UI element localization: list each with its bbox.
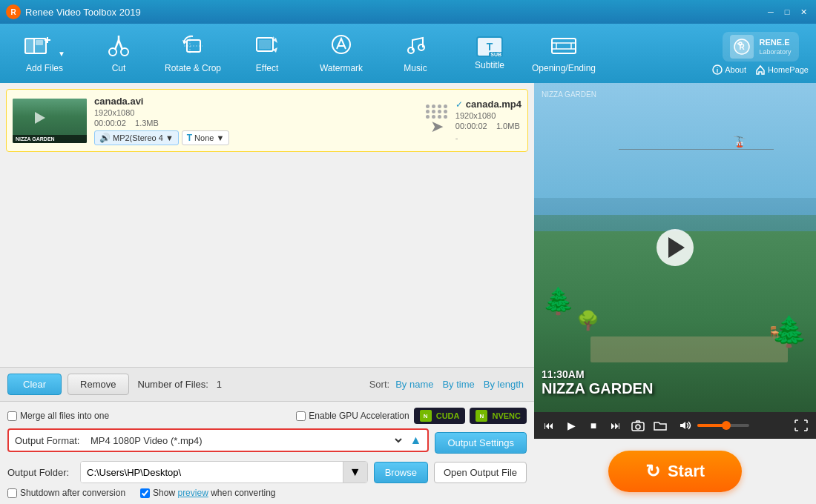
bench-icon: 🪑	[767, 325, 782, 339]
output-duration-size: 00:00:02 1.0MB	[455, 122, 521, 130]
gpu-input[interactable]	[296, 411, 306, 421]
file-count-label: Number of Files: 1	[138, 379, 222, 390]
toolbar-item-watermark[interactable]: Watermark	[304, 27, 378, 79]
svg-rect-1	[25, 39, 34, 53]
open-output-button[interactable]: Open Output File	[434, 462, 527, 483]
open-file-button[interactable]	[651, 417, 669, 434]
start-button[interactable]: ↻ Start	[608, 451, 742, 492]
skip-back-button[interactable]: ⏮	[540, 417, 558, 434]
sort-by-time[interactable]: By time	[439, 377, 477, 391]
gpu-checkbox[interactable]: Enable GPU Acceleration	[296, 411, 409, 421]
format-select-wrap[interactable]: Output Format: MP4 1080P Video (*.mp4) ▲	[7, 428, 429, 452]
play-overlay-button[interactable]	[657, 229, 694, 266]
preview-text-bottom: 11:30AM NIZZA GARDEN	[542, 368, 653, 397]
brand-text: RENE.E Laboratory	[760, 38, 792, 55]
clear-button[interactable]: Clear	[7, 374, 62, 395]
bottom-controls: Clear Remove Number of Files: 1 Sort: By…	[0, 367, 534, 401]
toolbar-item-add-files[interactable]: ▼ Add Files	[7, 27, 82, 79]
toolbar-links: i About HomePage	[712, 64, 809, 75]
folder-label: Output Folder:	[7, 467, 74, 478]
toolbar-item-effect[interactable]: Effect	[230, 27, 304, 79]
toolbar-item-opening-ending[interactable]: Opening/Ending	[527, 27, 601, 79]
last-row: Shutdown after conversion Show preview w…	[7, 488, 527, 498]
svg-line-9	[119, 40, 122, 50]
sort-by-length[interactable]: By length	[481, 377, 527, 391]
output-settings-button[interactable]: Output Settings	[435, 432, 527, 454]
merge-checkbox[interactable]: Merge all files into one	[7, 411, 109, 421]
folder-dropdown-arrow[interactable]: ▼	[343, 462, 367, 483]
brand-logo: R RENE.E Laboratory	[723, 32, 799, 62]
opening-ending-label: Opening/Ending	[532, 63, 596, 73]
nvenc-badge: N NVENC	[470, 408, 527, 424]
shutdown-checkbox[interactable]: Shutdown after conversion	[7, 488, 125, 498]
volume-slider[interactable]	[697, 424, 749, 427]
toolbar-item-cut[interactable]: Cut	[82, 27, 156, 79]
volume-button[interactable]	[677, 417, 694, 434]
left-panel: NIZZA GARDEN canada.avi 1920x1080 00:00:…	[0, 83, 534, 504]
sort-by-name[interactable]: By name	[392, 377, 436, 391]
snapshot-button[interactable]	[629, 417, 647, 434]
play-button[interactable]: ▶	[562, 417, 580, 434]
subtitle-select[interactable]: T None ▼	[182, 130, 230, 145]
preview-watermark: NIZZA GARDEN	[542, 90, 596, 99]
file-item: NIZZA GARDEN canada.avi 1920x1080 00:00:…	[6, 89, 528, 152]
close-button[interactable]: ✕	[797, 5, 810, 19]
toolbar: ▼ Add Files Cut Rotate &	[0, 24, 816, 83]
fullscreen-button[interactable]	[792, 417, 810, 434]
file-controls: 🔊 MP2(Stereo 4 ▼ T None ▼	[94, 130, 418, 145]
toolbar-item-music[interactable]: Music	[378, 27, 453, 79]
music-icon	[404, 34, 427, 60]
video-controls-bar: ⏮ ▶ ■ ⏭	[534, 412, 816, 439]
homepage-link[interactable]: HomePage	[755, 64, 809, 75]
remove-button[interactable]: Remove	[68, 374, 128, 395]
preview-time: 11:30AM	[542, 368, 653, 380]
maximize-button[interactable]: □	[780, 5, 794, 19]
input-duration-size: 00:00:02 1.3MB	[94, 119, 418, 127]
stop-button[interactable]: ■	[585, 417, 602, 434]
minimize-button[interactable]: ─	[764, 5, 777, 19]
format-row: Output Format: MP4 1080P Video (*.mp4) ▲…	[7, 428, 527, 457]
subtitle-icon: T SUB	[476, 36, 503, 57]
volume-control	[677, 417, 749, 434]
cable-car-icon: 🚡	[733, 136, 746, 147]
cuda-badge: N CUDA	[414, 408, 466, 424]
browse-button[interactable]: Browse	[374, 462, 428, 483]
subtitle-label: Subtitle	[475, 60, 504, 70]
merge-input[interactable]	[7, 411, 17, 421]
preview-checkbox[interactable]: Show preview when converting	[140, 488, 275, 498]
audio-track-select[interactable]: 🔊 MP2(Stereo 4 ▼	[94, 130, 179, 145]
start-section: ↻ Start	[534, 439, 816, 504]
toolbar-item-subtitle[interactable]: T SUB Subtitle	[453, 27, 527, 79]
folder-row: Output Folder: ▼ Browse Open Output File	[7, 461, 527, 483]
shutdown-input[interactable]	[7, 488, 17, 498]
tree-mid-icon: 🌳	[576, 311, 599, 330]
title-bar: R Renee Video Toolbox 2019 ─ □ ✕	[0, 0, 816, 24]
start-label: Start	[668, 462, 705, 481]
rotate-crop-label: Rotate & Crop	[165, 63, 221, 73]
format-dropdown-arrow[interactable]: ▲	[410, 434, 422, 447]
folder-input[interactable]	[81, 462, 343, 483]
sort-label: Sort:	[369, 379, 389, 390]
watermark-icon	[328, 34, 355, 60]
app-title: Renee Video Toolbox 2019	[25, 7, 141, 18]
input-filename: canada.avi	[94, 96, 418, 107]
output-dash: -	[455, 133, 521, 142]
skip-forward-button[interactable]: ⏭	[607, 417, 625, 434]
preview-input[interactable]	[140, 488, 150, 498]
toolbar-right: R RENE.E Laboratory i About HomePage	[712, 32, 809, 75]
sort-controls: Sort: By name By time By length	[369, 377, 527, 391]
output-filename: canada.mp4	[466, 99, 521, 110]
add-files-icon: ▼	[24, 34, 65, 60]
about-link[interactable]: i About	[712, 64, 746, 75]
svg-line-8	[115, 40, 119, 50]
tree-left-icon: 🌲	[542, 288, 575, 314]
title-bar-controls: ─ □ ✕	[764, 5, 810, 19]
convert-arrow: ➤	[426, 105, 448, 136]
toolbar-item-rotate-crop[interactable]: Rotate & Crop	[156, 27, 230, 79]
start-refresh-icon: ↻	[645, 461, 660, 482]
volume-thumb	[722, 421, 731, 430]
svg-rect-3	[36, 40, 43, 45]
format-select[interactable]: MP4 1080P Video (*.mp4)	[88, 434, 404, 447]
svg-marker-19	[273, 36, 274, 39]
file-list: NIZZA GARDEN canada.avi 1920x1080 00:00:…	[0, 83, 534, 367]
